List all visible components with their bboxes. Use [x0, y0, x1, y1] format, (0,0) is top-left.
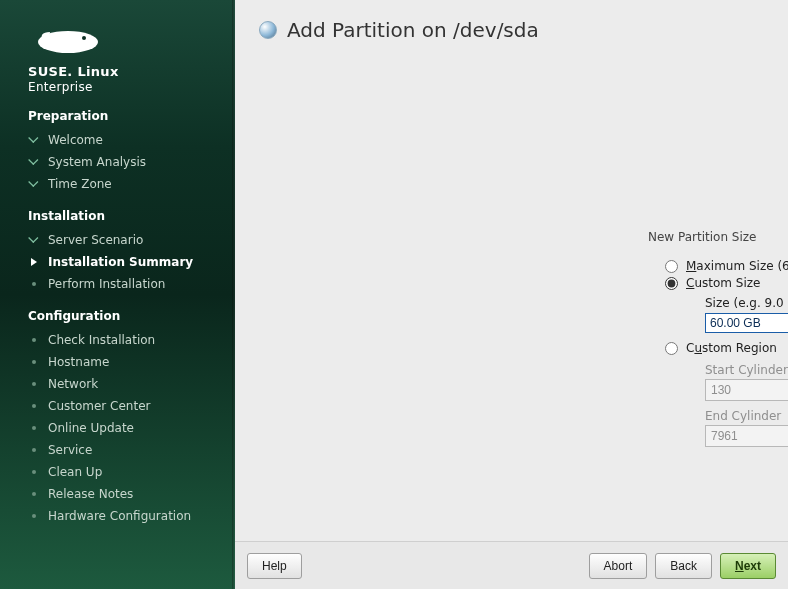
nav-preparation: Welcome System Analysis Time Zone — [0, 129, 235, 195]
nav-label: Release Notes — [48, 487, 133, 501]
arrow-icon — [28, 256, 40, 268]
brand-line2: Enterprise — [28, 80, 235, 95]
dot-icon — [28, 422, 40, 434]
start-cyl-input — [705, 379, 788, 401]
nav-label: System Analysis — [48, 155, 146, 169]
size-field-label: Size (e.g. 9.0 MB or 9.0 GB) — [705, 296, 788, 310]
sidebar: SUSE. Linux Enterprise Preparation Welco… — [0, 0, 235, 589]
nav-time-zone[interactable]: Time Zone — [0, 173, 235, 195]
dot-icon — [28, 444, 40, 456]
nav-label: Customer Center — [48, 399, 151, 413]
svg-point-1 — [82, 36, 86, 40]
nav-clean-up[interactable]: Clean Up — [0, 461, 235, 483]
dot-icon — [28, 400, 40, 412]
nav-online-update[interactable]: Online Update — [0, 417, 235, 439]
nav-hardware-configuration[interactable]: Hardware Configuration — [0, 505, 235, 527]
nav-label: Check Installation — [48, 333, 155, 347]
dot-icon — [28, 278, 40, 290]
section-preparation: Preparation — [0, 95, 235, 129]
nav-service[interactable]: Service — [0, 439, 235, 461]
nav-network[interactable]: Network — [0, 373, 235, 395]
radio-max-size[interactable]: Maximum Size (60.00 GB) — [665, 259, 788, 273]
next-button[interactable]: Next — [720, 553, 776, 579]
brand-text: SUSE. Linux Enterprise — [0, 64, 235, 95]
nav-label: Clean Up — [48, 465, 102, 479]
start-cyl-label: Start Cylinder — [705, 363, 788, 377]
nav-label: Installation Summary — [48, 255, 193, 269]
page-header: Add Partition on /dev/sda — [235, 0, 788, 50]
content-area: New Partition Size Maximum Size (60.00 G… — [235, 50, 788, 541]
nav-label: Welcome — [48, 133, 103, 147]
section-installation: Installation — [0, 195, 235, 229]
dot-icon — [28, 488, 40, 500]
abort-button[interactable]: Abort — [589, 553, 648, 579]
nav-system-analysis[interactable]: System Analysis — [0, 151, 235, 173]
nav-perform-installation[interactable]: Perform Installation — [0, 273, 235, 295]
radio-custom-size[interactable]: Custom Size — [665, 276, 788, 290]
section-configuration: Configuration — [0, 295, 235, 329]
nav-label: Time Zone — [48, 177, 112, 191]
nav-configuration: Check Installation Hostname Network Cust… — [0, 329, 235, 527]
group-new-partition-size: New Partition Size — [648, 230, 756, 244]
globe-icon — [259, 21, 277, 39]
page-title: Add Partition on /dev/sda — [287, 18, 539, 42]
dot-icon — [28, 510, 40, 522]
check-icon — [28, 178, 40, 190]
check-icon — [28, 156, 40, 168]
dot-icon — [28, 466, 40, 478]
nav-label: Hardware Configuration — [48, 509, 191, 523]
end-cyl-input — [705, 425, 788, 447]
radio-custom-region[interactable]: Custom Region — [665, 341, 788, 355]
nav-check-installation[interactable]: Check Installation — [0, 329, 235, 351]
dot-icon — [28, 334, 40, 346]
start-cyl-spinner: ▲ ▼ — [705, 379, 788, 401]
suse-logo — [0, 18, 235, 64]
check-icon — [28, 134, 40, 146]
size-input[interactable] — [705, 313, 788, 333]
footer-bar: Help Abort Back Next — [235, 541, 788, 589]
check-icon — [28, 234, 40, 246]
nav-hostname[interactable]: Hostname — [0, 351, 235, 373]
end-cyl-spinner: ▲ ▼ — [705, 425, 788, 447]
help-button[interactable]: Help — [247, 553, 302, 579]
main-panel: Add Partition on /dev/sda New Partition … — [235, 0, 788, 589]
nav-installation: Server Scenario Installation Summary Per… — [0, 229, 235, 295]
radio-max-size-input[interactable] — [665, 260, 678, 273]
dot-icon — [28, 356, 40, 368]
nav-label: Server Scenario — [48, 233, 143, 247]
nav-welcome[interactable]: Welcome — [0, 129, 235, 151]
radio-custom-size-label: Custom Size — [686, 276, 760, 290]
nav-label: Online Update — [48, 421, 134, 435]
nav-release-notes[interactable]: Release Notes — [0, 483, 235, 505]
radio-max-size-label: Maximum Size (60.00 GB) — [686, 259, 788, 273]
nav-customer-center[interactable]: Customer Center — [0, 395, 235, 417]
nav-label: Service — [48, 443, 92, 457]
dot-icon — [28, 378, 40, 390]
radio-custom-region-input[interactable] — [665, 342, 678, 355]
radio-custom-region-label: Custom Region — [686, 341, 777, 355]
radio-custom-size-input[interactable] — [665, 277, 678, 290]
nav-label: Hostname — [48, 355, 109, 369]
nav-server-scenario[interactable]: Server Scenario — [0, 229, 235, 251]
nav-label: Network — [48, 377, 98, 391]
back-button[interactable]: Back — [655, 553, 712, 579]
nav-installation-summary[interactable]: Installation Summary — [0, 251, 235, 273]
brand-line1: SUSE. Linux — [28, 64, 235, 80]
nav-label: Perform Installation — [48, 277, 165, 291]
end-cyl-label: End Cylinder — [705, 409, 788, 423]
